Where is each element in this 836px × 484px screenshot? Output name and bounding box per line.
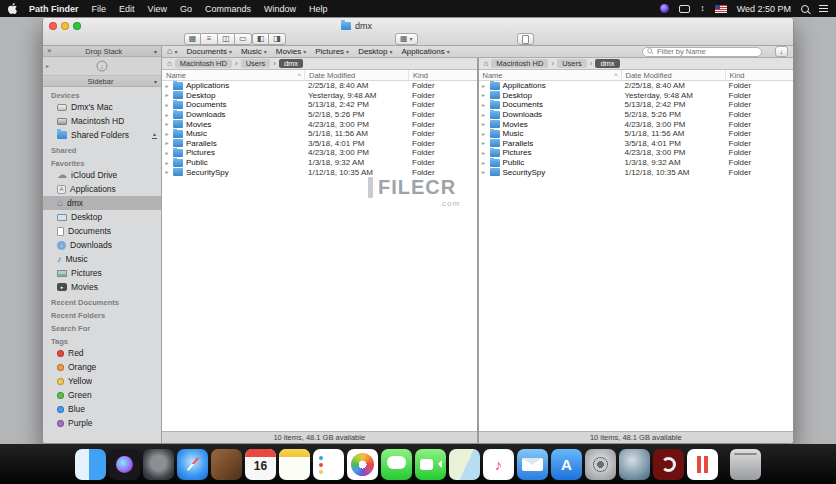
disclosure-triangle-icon[interactable]: ▸ [481,112,487,118]
sidebar-item-movies[interactable]: ▸Movies [43,280,161,294]
sidebar-item-shared-folders[interactable]: Shared Folders [43,128,161,142]
breadcrumb-macintosh-hd[interactable]: Macintosh HD [491,59,548,68]
dock-books-icon[interactable] [211,449,242,480]
disclosure-triangle-icon[interactable]: ▸ [481,160,487,166]
list-view-button[interactable]: ≡ [201,33,218,45]
dock-calendar-icon[interactable]: 16 [245,449,276,480]
dock-facetime-icon[interactable] [415,449,446,480]
zoom-button[interactable] [73,22,81,30]
dock-itunes-icon[interactable] [483,449,514,480]
disclosure-triangle-icon[interactable]: ▸ [164,160,170,166]
sidebar-item-macintosh-hd[interactable]: Macintosh HD [43,114,161,128]
disclosure-triangle-icon[interactable]: ▸ [164,92,170,98]
sidebar-item-purple[interactable]: Purple [43,416,161,430]
sidebar-item-icloud-drive[interactable]: ☁iCloud Drive [43,168,161,182]
dock-reminders-icon[interactable] [313,449,344,480]
breadcrumb-macintosh-hd[interactable]: Macintosh HD [175,59,232,68]
download-arrow-button[interactable] [775,46,788,57]
home-menu-button[interactable]: ⌂▾ [167,47,177,56]
file-row-securityspy[interactable]: ▸SecuritySpy1/12/18, 10:35 AMFolder [479,167,794,177]
dock-app-store-icon[interactable] [551,449,582,480]
menu-view[interactable]: View [148,4,167,14]
sidebar-item-red[interactable]: Red [43,346,161,360]
computer-icon[interactable]: ⌂ [484,60,489,68]
disclosure-triangle-icon[interactable]: ▸ [481,150,487,156]
file-row-securityspy[interactable]: ▸SecuritySpy1/12/18, 10:35 AMFolder [162,167,477,177]
file-list[interactable]: ▸Applications2/25/18, 8:40 AMFolder▸Desk… [479,81,794,431]
dock-photos-icon[interactable] [347,449,378,480]
updown-arrows-icon[interactable]: ↕ [700,4,705,13]
sidebar-item-documents[interactable]: Documents [43,224,161,238]
menu-commands[interactable]: Commands [205,4,251,14]
file-row-music[interactable]: ▸Music5/1/18, 11:56 AMFolder [479,129,794,139]
minimize-button[interactable] [61,22,69,30]
file-row-desktop[interactable]: ▸DesktopYesterday, 9:48 AMFolder [162,91,477,101]
dock-trash-icon[interactable] [730,449,761,480]
file-row-downloads[interactable]: ▸Downloads5/2/18, 5:26 PMFolder [162,110,477,120]
pathbar-shortcut-applications[interactable]: Applications▾ [402,47,450,56]
disclosure-triangle-icon[interactable]: ▸ [164,140,170,146]
file-list[interactable]: ▸Applications2/25/18, 8:40 AMFolder▸Desk… [162,81,477,431]
close-button[interactable] [49,22,57,30]
file-row-public[interactable]: ▸Public1/3/18, 9:32 AMFolder [479,158,794,168]
file-row-pictures[interactable]: ▸Pictures4/23/18, 3:00 PMFolder [479,148,794,158]
disclosure-triangle-icon[interactable]: ▸ [481,121,487,127]
display-icon[interactable] [679,5,690,13]
disclosure-triangle-icon[interactable]: ▸ [164,112,170,118]
spotlight-icon[interactable] [801,5,809,13]
dock-path-finder-icon[interactable] [619,449,650,480]
breadcrumb-dmx[interactable]: dmx [279,59,303,68]
menu-help[interactable]: Help [309,4,328,14]
dock-launchpad-icon[interactable] [143,449,174,480]
dock-mail-icon[interactable] [517,449,548,480]
close-icon[interactable]: × [47,47,52,55]
file-row-desktop[interactable]: ▸DesktopYesterday, 9:48 AMFolder [479,91,794,101]
sidebar-item-music[interactable]: ♪Music [43,252,161,266]
disclosure-triangle-icon[interactable]: ▸ [164,169,170,175]
file-row-applications[interactable]: ▸Applications2/25/18, 8:40 AMFolder [162,81,477,91]
pathbar-shortcut-desktop[interactable]: Desktop▾ [358,47,392,56]
sidebar-item-green[interactable]: Green [43,388,161,402]
column-header-kind[interactable]: Kind [725,70,794,80]
eject-icon[interactable] [152,132,157,139]
coverflow-view-button[interactable]: ▭ [235,33,252,45]
sidebar-header[interactable]: Sidebar ▾ [43,76,161,87]
us-flag-icon[interactable] [715,5,727,13]
file-row-movies[interactable]: ▸Movies4/23/18, 3:00 PMFolder [162,119,477,129]
pathbar-shortcut-music[interactable]: Music▾ [241,47,267,56]
disclosure-triangle-icon[interactable]: ▸ [46,62,49,69]
icon-view-button[interactable]: ▦ [184,33,201,45]
sidebar-section-devices[interactable]: Devices [43,87,161,100]
pathbar-shortcut-pictures[interactable]: Pictures▾ [315,47,349,56]
menu-edit[interactable]: Edit [119,4,135,14]
sidebar-section-shared[interactable]: Shared [43,142,161,155]
drop-stack-area[interactable]: ▸ [43,57,161,76]
file-row-applications[interactable]: ▸Applications2/25/18, 8:40 AMFolder [479,81,794,91]
file-row-music[interactable]: ▸Music5/1/18, 11:56 AMFolder [162,129,477,139]
disclosure-triangle-icon[interactable]: ▸ [164,131,170,137]
column-header-name[interactable]: Name^ [162,70,304,80]
file-row-movies[interactable]: ▸Movies4/23/18, 3:00 PMFolder [479,119,794,129]
sidebar-section-favorites[interactable]: Favorites [43,155,161,168]
filter-input[interactable] [657,47,757,56]
disclosure-triangle-icon[interactable]: ▸ [481,140,487,146]
sidebar-section-search-for[interactable]: Search For [43,320,161,333]
file-row-downloads[interactable]: ▸Downloads5/2/18, 5:26 PMFolder [479,110,794,120]
menu-file[interactable]: File [92,4,107,14]
disclosure-triangle-icon[interactable]: ▸ [481,169,487,175]
disclosure-triangle-icon[interactable]: ▸ [481,92,487,98]
sidebar-item-blue[interactable]: Blue [43,402,161,416]
sidebar-item-dmx-s-mac[interactable]: Dmx's Mac [43,100,161,114]
column-view-button[interactable]: ◫ [218,33,235,45]
disclosure-triangle-icon[interactable]: ▸ [481,131,487,137]
sidebar-item-dmx[interactable]: ⌂dmx [43,196,161,210]
file-row-parallels[interactable]: ▸Parallels3/5/18, 4:01 PMFolder [479,139,794,149]
sidebar-item-applications[interactable]: AApplications [43,182,161,196]
dock-messages-icon[interactable] [381,449,412,480]
column-header-date-modified[interactable]: Date Modified [304,70,408,80]
dock-parallels-icon[interactable] [687,449,718,480]
column-header-kind[interactable]: Kind [408,70,477,80]
arrange-menu-button[interactable]: ▦▾ [395,33,418,45]
dock-system-preferences-icon[interactable] [585,449,616,480]
pathbar-shortcut-documents[interactable]: Documents▾ [186,47,231,56]
